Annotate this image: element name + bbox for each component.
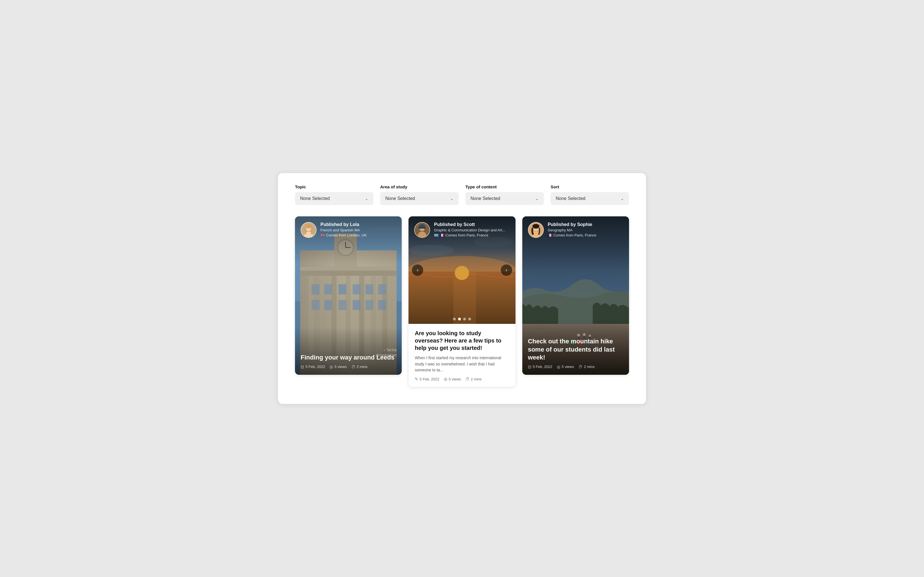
filter-select-sort[interactable]: None Selected ⌄ — [551, 192, 629, 205]
filter-select-type[interactable]: None Selected ⌄ — [465, 192, 544, 205]
card-footer-lola: Finding your way around Leeds ⊡ 5 Feb, 2… — [295, 349, 402, 375]
calendar-icon: ⊡ — [300, 364, 304, 369]
filter-label-topic: Topic — [295, 184, 373, 189]
meta-row-sophie: ⊡ 5 Feb, 2022 ◎ 5 views ⏱ 2 mins — [528, 364, 624, 369]
publisher-info-scott: Published by Scott Graphic & Communicati… — [434, 222, 505, 237]
eye-icon-3: ◎ — [557, 364, 560, 369]
page-container: Topic None Selected ⌄ Area of study None… — [278, 173, 646, 404]
filter-label-type: Type of content — [465, 184, 544, 189]
carousel-prev-button[interactable]: ‹ — [412, 264, 423, 276]
meta-time-lola: ⏱ 2 mins — [351, 364, 367, 369]
filters-row: Topic None Selected ⌄ Area of study None… — [295, 184, 629, 205]
meta-time-sophie: ⏱ 2 mins — [578, 364, 594, 369]
meta-time-scott: ⏱ 2 mins — [465, 377, 481, 381]
chevron-down-icon-4: ⌄ — [620, 196, 624, 201]
clock-icon-2: ⏱ — [465, 377, 469, 381]
clock-icon-3: ⏱ — [578, 364, 582, 369]
filter-value-topic: None Selected — [300, 196, 330, 201]
publisher-subject-lola: French and Spanish MA — [320, 228, 367, 232]
publisher-name-sophie: Published by Sophie — [548, 222, 596, 227]
meta-date-lola: ⊡ 5 Feb, 2022 — [300, 364, 325, 369]
card-scott[interactable]: Published by Scott Graphic & Communicati… — [409, 216, 515, 387]
flag-icon-lola: 🇬🇧 — [320, 233, 325, 237]
publisher-name-lola: Published by Lola — [320, 222, 367, 227]
chevron-down-icon-3: ⌄ — [535, 196, 539, 201]
carousel-dot-4[interactable] — [468, 318, 471, 321]
eye-icon: ◎ — [330, 364, 333, 369]
flag-icon-scott-1: 🇬🇷 — [434, 233, 438, 237]
card-excerpt-scott: When I first started my research into in… — [415, 355, 509, 373]
filter-group-area: Area of study None Selected ⌄ — [380, 184, 459, 205]
publisher-subject-scott: Graphic & Communication Design and Art..… — [434, 228, 505, 232]
clock-icon: ⏱ — [351, 364, 355, 369]
filter-label-sort: Sort — [551, 184, 629, 189]
card-mixed-body-scott: Are you looking to study overseas? Here … — [409, 324, 515, 387]
edit-icon: ✎ — [415, 377, 418, 381]
publisher-location-lola: 🇬🇧 Comes from London, UK — [320, 233, 367, 237]
filter-label-area: Area of study — [380, 184, 459, 189]
card-header-scott: Published by Scott Graphic & Communicati… — [409, 216, 515, 242]
filter-group-sort: Sort None Selected ⌄ — [551, 184, 629, 205]
avatar-scott — [414, 222, 430, 238]
flag-icon-sophie: 🇫🇷 — [548, 233, 552, 237]
meta-row-scott: ✎ 5 Feb, 2022 ◎ 5 views ⏱ 2 mins — [415, 377, 509, 381]
filter-select-area[interactable]: None Selected ⌄ — [380, 192, 459, 205]
publisher-subject-sophie: Geography MA — [548, 228, 596, 232]
avatar-sophie — [528, 222, 544, 238]
card-title-scott: Are you looking to study overseas? Here … — [415, 329, 509, 351]
svg-point-36 — [305, 224, 312, 229]
filter-group-topic: Topic None Selected ⌄ — [295, 184, 373, 205]
meta-views-scott: ◎ 5 views — [444, 377, 461, 381]
avatar-lola — [300, 222, 317, 238]
cards-row: ♪ TikTok @mellaviolet — [295, 216, 629, 387]
carousel-dot-1[interactable] — [453, 318, 456, 321]
meta-views-lola: ◎ 5 views — [330, 364, 347, 369]
meta-date-sophie: ⊡ 5 Feb, 2022 — [528, 364, 552, 369]
meta-views-sophie: ◎ 5 views — [557, 364, 574, 369]
meta-date-scott: ✎ 5 Feb, 2022 — [415, 377, 439, 381]
chevron-down-icon-2: ⌄ — [450, 196, 454, 201]
svg-rect-48 — [418, 227, 426, 229]
card-title-lola: Finding your way around Leeds — [300, 353, 396, 362]
card-footer-sophie: Check out the mountain hike some of our … — [522, 333, 629, 375]
card-sophie[interactable]: Published by Sophie Geography MA 🇫🇷 Come… — [522, 216, 629, 375]
card-mixed-header-scott: Published by Scott Graphic & Communicati… — [409, 216, 515, 324]
carousel-dots — [453, 318, 471, 321]
card-header-lola: Published by Lola French and Spanish MA … — [295, 216, 402, 242]
carousel-dot-2[interactable] — [458, 318, 461, 321]
chevron-down-icon: ⌄ — [365, 196, 368, 201]
filter-value-type: None Selected — [470, 196, 500, 201]
carousel-dot-3[interactable] — [463, 318, 466, 321]
publisher-info-lola: Published by Lola French and Spanish MA … — [320, 222, 367, 237]
publisher-location-scott: 🇬🇷 🇫🇷 Comes from Paris, France — [434, 233, 505, 237]
filter-value-sort: None Selected — [556, 196, 585, 201]
filter-value-area: None Selected — [385, 196, 415, 201]
svg-point-64 — [533, 224, 539, 229]
filter-select-topic[interactable]: None Selected ⌄ — [295, 192, 373, 205]
eye-icon-2: ◎ — [444, 377, 447, 381]
meta-row-lola: ⊡ 5 Feb, 2022 ◎ 5 views ⏱ 2 mins — [300, 364, 396, 369]
calendar-icon-3: ⊡ — [528, 364, 531, 369]
publisher-name-scott: Published by Scott — [434, 222, 505, 227]
filter-group-type: Type of content None Selected ⌄ — [465, 184, 544, 205]
card-lola[interactable]: ♪ TikTok @mellaviolet — [295, 216, 402, 375]
card-title-sophie: Check out the mountain hike some of our … — [528, 337, 624, 362]
flag-icon-scott-2: 🇫🇷 — [439, 233, 444, 237]
publisher-location-sophie: 🇫🇷 Comes from Paris, France — [548, 233, 596, 237]
publisher-info-sophie: Published by Sophie Geography MA 🇫🇷 Come… — [548, 222, 596, 237]
card-header-sophie: Published by Sophie Geography MA 🇫🇷 Come… — [522, 216, 629, 242]
